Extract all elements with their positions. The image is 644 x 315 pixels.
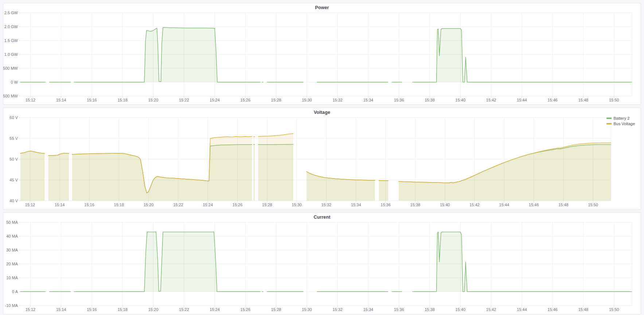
x-axis-label: 15:14: [56, 98, 66, 102]
bus-voltage-area: [379, 180, 388, 201]
x-axis-label: 15:42: [469, 203, 480, 207]
y-axis-label: 55 V: [9, 136, 18, 141]
x-axis-label: 15:48: [578, 98, 589, 102]
x-axis-label: 15:26: [241, 98, 251, 102]
x-axis-label: 15:24: [210, 307, 220, 312]
x-axis-label: 15:36: [394, 98, 404, 102]
panel-current: Current 50 MA40 MA30 MA20 MA10 MA0 A-10 …: [3, 212, 641, 314]
x-axis-label: 15:46: [547, 307, 558, 312]
panel-title-voltage[interactable]: Voltage: [3, 110, 641, 115]
x-axis-label: 15:18: [117, 98, 128, 102]
x-axis-label: 15:14: [55, 203, 65, 207]
x-axis-label: 15:16: [87, 307, 97, 312]
y-axis-label: 0 A: [12, 289, 18, 294]
x-axis-label: 15:28: [271, 307, 281, 312]
power-area: [413, 28, 632, 82]
x-axis-label: 15:44: [499, 203, 510, 207]
x-axis-label: 15:32: [332, 307, 343, 312]
x-axis-label: 15:34: [363, 98, 374, 102]
power-plot[interactable]: 2.5 GW2.0 GW1.5 GW1.0 GW500 MW0 W-500 MW…: [3, 3, 641, 104]
legend-label: Battery 2: [613, 116, 629, 120]
x-axis-label: 15:32: [332, 98, 343, 102]
x-axis-label: 15:50: [609, 307, 619, 312]
y-axis-label: 10 MA: [6, 276, 18, 280]
x-axis-label: 15:38: [425, 98, 435, 102]
x-axis-label: 15:26: [233, 203, 243, 207]
x-axis-label: 15:34: [351, 203, 361, 207]
bus-voltage-area: [20, 151, 44, 201]
x-axis-label: 15:20: [144, 203, 154, 207]
x-axis-label: 15:12: [26, 307, 36, 312]
power-area: [74, 27, 260, 82]
x-axis-label: 15:12: [25, 203, 35, 207]
x-axis-label: 15:28: [271, 98, 281, 102]
bus-voltage-area: [72, 137, 252, 201]
bus-voltage-area: [399, 143, 611, 201]
panel-power: Power 2.5 GW2.0 GW1.5 GW1.0 GW500 MW0 W-…: [3, 3, 641, 105]
voltage-plot[interactable]: 60 V55 V50 V45 V40 V15:1215:1415:1615:18…: [3, 108, 641, 209]
x-axis-label: 15:44: [517, 307, 527, 312]
x-axis-label: 15:46: [547, 98, 558, 102]
y-axis-label: -500 MW: [3, 94, 18, 98]
x-axis-label: 15:26: [241, 307, 251, 312]
y-axis-label: 40 V: [9, 199, 18, 203]
current-chart-canvas[interactable]: 50 MA40 MA30 MA20 MA10 MA0 A-10 MA15:121…: [3, 213, 641, 314]
voltage-chart-canvas[interactable]: 60 V55 V50 V45 V40 V15:1215:1415:1615:18…: [3, 108, 641, 209]
x-axis-label: 15:18: [114, 203, 124, 207]
x-axis-label: 15:48: [578, 307, 589, 312]
y-axis-label: 30 MA: [6, 248, 18, 252]
current-area: [74, 232, 260, 292]
x-axis-label: 15:40: [440, 203, 450, 207]
x-axis-label: 15:32: [321, 203, 332, 207]
y-axis-label: 60 V: [9, 115, 18, 120]
y-axis-label: 50 V: [9, 157, 18, 161]
x-axis-label: 15:22: [179, 98, 189, 102]
y-axis-label: 40 MA: [6, 234, 18, 238]
y-axis-label: 0 W: [11, 80, 18, 84]
y-axis-label: 1.5 GW: [4, 38, 18, 43]
current-plot[interactable]: 50 MA40 MA30 MA20 MA10 MA0 A-10 MA15:121…: [3, 213, 641, 314]
bus-voltage-area: [254, 137, 255, 201]
bus-voltage-area: [258, 134, 293, 201]
bus-voltage-area: [48, 153, 69, 201]
x-axis-label: 15:24: [210, 98, 220, 102]
panel-title-current[interactable]: Current: [3, 215, 641, 220]
x-axis-label: 15:28: [262, 203, 272, 207]
x-axis-label: 15:30: [292, 203, 302, 207]
y-axis-label: 20 MA: [6, 262, 18, 266]
x-axis-label: 15:48: [558, 203, 569, 207]
x-axis-label: 15:50: [609, 98, 619, 102]
panel-title-power[interactable]: Power: [3, 5, 641, 10]
x-axis-label: 15:42: [486, 98, 496, 102]
x-axis-label: 15:30: [302, 98, 312, 102]
y-axis-label: 2.5 GW: [4, 11, 18, 15]
y-axis-label: -10 MA: [5, 303, 18, 308]
x-axis-label: 15:40: [456, 98, 466, 102]
legend-swatch-icon: [606, 123, 612, 124]
x-axis-label: 15:36: [394, 307, 404, 312]
x-axis-label: 15:12: [26, 98, 36, 102]
dashboard: Power 2.5 GW2.0 GW1.5 GW1.0 GW500 MW0 W-…: [0, 0, 644, 314]
x-axis-label: 15:22: [173, 203, 183, 207]
x-axis-label: 15:42: [486, 307, 496, 312]
legend-item-bus-voltage[interactable]: Bus Voltage: [606, 122, 635, 126]
x-axis-label: 15:24: [203, 203, 213, 207]
y-axis-label: 500 MW: [3, 66, 18, 70]
bus-voltage-line[interactable]: [379, 180, 388, 181]
x-axis-label: 15:38: [410, 203, 421, 207]
y-axis-label: 2.0 GW: [4, 24, 18, 29]
y-axis-label: 1.0 GW: [4, 52, 18, 57]
legend-label: Bus Voltage: [613, 122, 635, 126]
legend-item-battery-2[interactable]: Battery 2: [606, 116, 635, 120]
x-axis-label: 15:22: [179, 307, 189, 312]
x-axis-label: 15:30: [302, 307, 312, 312]
x-axis-label: 15:36: [380, 203, 391, 207]
x-axis-label: 15:16: [84, 203, 94, 207]
x-axis-label: 15:38: [425, 307, 435, 312]
x-axis-label: 15:16: [87, 98, 97, 102]
panel-voltage: Voltage 60 V55 V50 V45 V40 V15:1215:1415…: [3, 108, 641, 210]
current-area: [413, 232, 632, 292]
power-chart-canvas[interactable]: 2.5 GW2.0 GW1.5 GW1.0 GW500 MW0 W-500 MW…: [3, 3, 641, 104]
x-axis-label: 15:18: [117, 307, 128, 312]
x-axis-label: 15:20: [148, 307, 159, 312]
